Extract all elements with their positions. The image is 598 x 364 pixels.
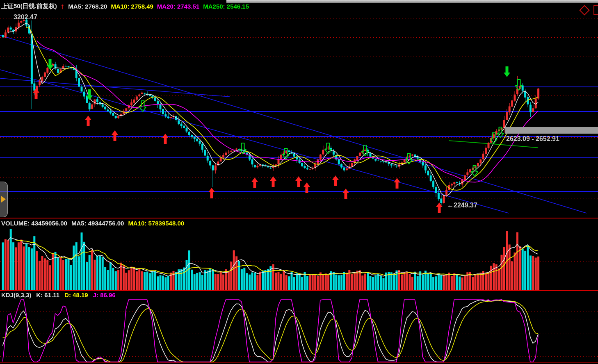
panel-bottom-border xyxy=(0,362,598,363)
kdj-title: KDJ(9,3,3) xyxy=(1,291,31,298)
rectangle-draw-tool-icon[interactable] xyxy=(593,5,598,15)
measure-band xyxy=(505,127,598,134)
ma20-indicator: MA20: 2743.51 xyxy=(157,3,199,10)
ma5-indicator: MA5: 2768.20 xyxy=(68,3,107,10)
app-window: 上证50(日线.前复权) ↑ MA5: 2768.20 MA10: 2758.4… xyxy=(0,0,598,364)
ma250-indicator: MA250: 2546.15 xyxy=(203,3,249,10)
trough-price-label: ←2249.37 xyxy=(447,202,477,209)
ma10-indicator: MA10: 2758.49 xyxy=(111,3,153,10)
volume-indicator: VOLUME: 43459056.00 xyxy=(1,220,67,227)
panel-separator-main-volume[interactable] xyxy=(0,218,598,218)
volume-ma5-indicator: MA5: 49344756.00 xyxy=(71,220,124,227)
volume-ma10-indicator: MA10: 57839548.00 xyxy=(128,220,184,227)
peak-price-label: 3202.47 xyxy=(14,14,37,21)
kdj-k-indicator: K: 61.11 xyxy=(36,291,59,298)
main-chart-header: 上证50(日线.前复权) ↑ MA5: 2768.20 MA10: 2758.4… xyxy=(1,2,249,10)
kdj-d-indicator: D: 48.19 xyxy=(64,291,88,298)
window-titlebar xyxy=(226,0,598,3)
volume-header: VOLUME: 43459056.00 MA5: 49344756.00 MA1… xyxy=(1,220,184,227)
kdj-j-indicator: J: 86.96 xyxy=(93,291,116,298)
sidebar-expand-handle[interactable] xyxy=(0,182,8,217)
expand-arrow-icon xyxy=(1,196,6,202)
symbol-label: 上证50(日线.前复权) xyxy=(1,2,57,10)
chart-canvas[interactable] xyxy=(0,0,598,364)
up-arrow-icon: ↑ xyxy=(61,4,65,9)
panel-separator-volume-kdj[interactable] xyxy=(0,290,598,291)
kdj-header: KDJ(9,3,3) K: 61.11 D: 48.19 J: 86.96 xyxy=(1,291,116,298)
measure-range-label: 2623.09 - 2652.91 xyxy=(506,135,559,143)
